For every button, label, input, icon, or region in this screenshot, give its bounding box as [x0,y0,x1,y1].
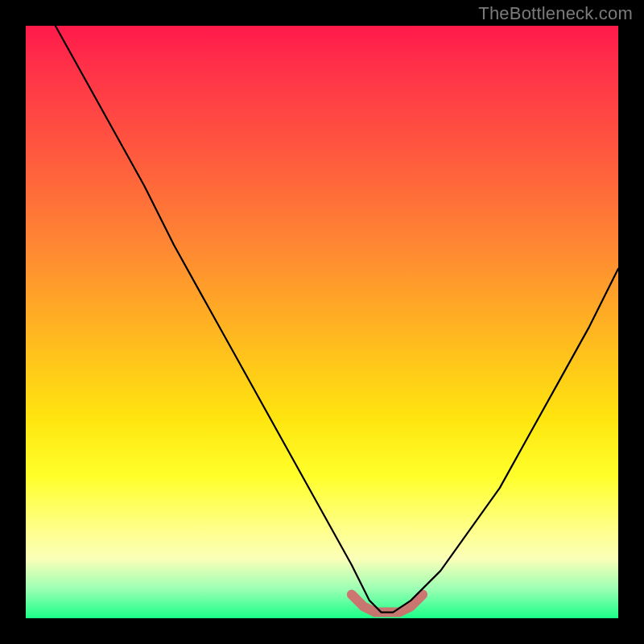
attribution-text: TheBottleneck.com [478,3,633,24]
valley-highlight [352,595,423,613]
chart-frame: TheBottleneck.com [0,0,644,644]
chart-svg [26,26,618,618]
chart-plot-area [26,26,618,618]
bottleneck-curve [56,26,618,613]
